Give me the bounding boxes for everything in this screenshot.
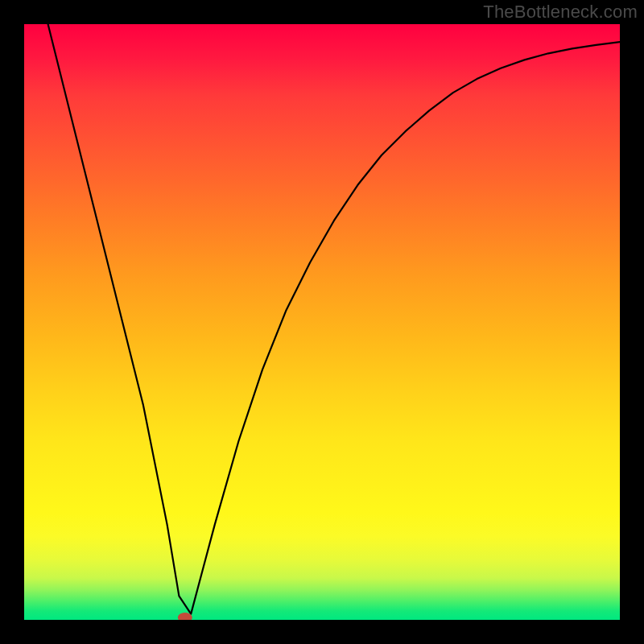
bottleneck-curve [48,24,620,614]
curve-layer [24,24,620,620]
watermark-text: TheBottleneck.com [483,2,638,23]
chart-frame: TheBottleneck.com [0,0,644,644]
plot-area [24,24,620,620]
